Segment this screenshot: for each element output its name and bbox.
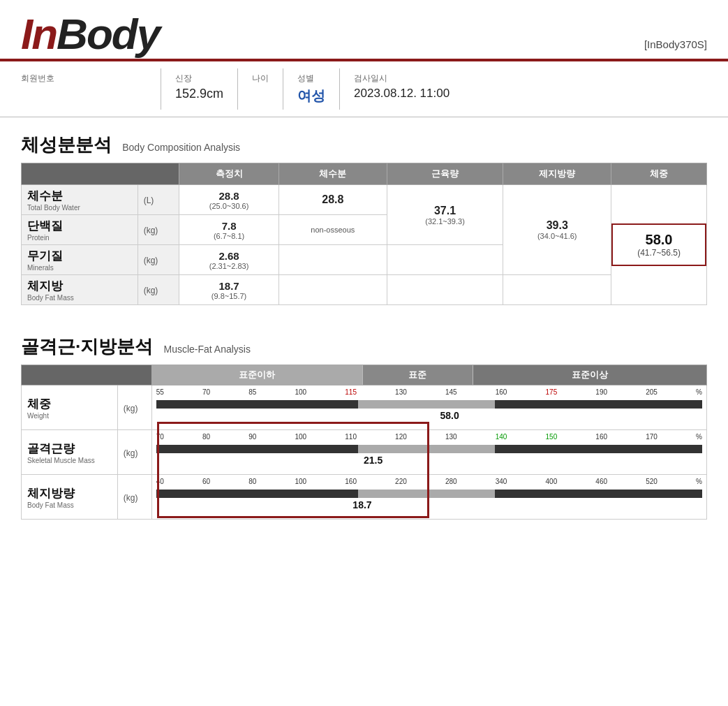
bca-fat-lean — [503, 275, 611, 305]
height-cell: 신장 152.9cm — [161, 68, 237, 110]
mfa-bar-bfm: 40 60 80 100 160 220 280 340 400 460 520… — [151, 475, 706, 520]
bca-label-protein: 단백질 Protein — [22, 215, 138, 245]
mfa-label-bfm: 체지방량 Body Fat Mass — [22, 475, 118, 520]
bca-fat-muscle — [387, 275, 503, 305]
age-value — [252, 87, 269, 101]
mfa-th-bars: 표준이하 표준 표준이상 — [151, 365, 706, 385]
bca-lean-span: 39.3 (34.0~41.6) — [503, 185, 611, 275]
mfa-label-weight: 체중 Weight — [22, 385, 118, 430]
bca-protein-bar: non-osseous — [278, 215, 387, 245]
bca-val-protein: 7.8 (6.7~8.1) — [179, 215, 279, 245]
mfa-unit-bfm: (kg) — [117, 475, 151, 520]
mfa-unit-weight: (kg) — [117, 385, 151, 430]
weight-box: 58.0 (41.7~56.5) — [611, 223, 706, 266]
bca-val-fat: 18.7 (9.8~15.7) — [179, 275, 279, 305]
mfa-table: 표준이하 표준 표준이상 체중 Weight (kg) — [21, 365, 707, 520]
bca-weight-span: 58.0 (41.7~56.5) — [611, 185, 707, 305]
bca-muscle-span: 37.1 (32.1~39.3) — [387, 185, 503, 245]
bca-row-fat: 체지방 Body Fat Mass (kg) 18.7 (9.8~15.7) — [22, 275, 707, 305]
mfa-row-smm: 골격근량 Skeletal Muscle Mass (kg) 70 80 90 … — [22, 430, 707, 475]
bca-label-minerals: 무기질 Minerals — [22, 245, 138, 275]
bca-th-measured: 측정치 — [179, 163, 279, 185]
bca-table: 측정치 체수분 근육량 제지방량 체중 체수분 Total Body Water… — [21, 163, 707, 305]
bca-minerals-bar — [278, 245, 387, 275]
bca-th-lean: 제지방량 — [503, 163, 611, 185]
bca-unit-water: (L) — [138, 185, 179, 215]
height-value: 152.9cm — [175, 87, 223, 101]
mfa-row-weight: 체중 Weight (kg) 55 70 85 100 115 130 145 — [22, 385, 707, 430]
exam-date-value: 2023.08.12. 11:00 — [354, 87, 450, 101]
bca-th-water: 체수분 — [278, 163, 387, 185]
exam-date-label: 검사일시 — [354, 73, 450, 84]
gender-cell: 성별 여성 — [283, 68, 339, 110]
bca-val-water: 28.8 (25.0~30.6) — [179, 185, 279, 215]
bca-title: 체성분분석 Body Composition Analysis — [21, 133, 707, 157]
bca-val-minerals: 2.68 (2.31~2.83) — [179, 245, 279, 275]
age-label: 나이 — [252, 73, 269, 84]
model-tag: [InBody370S] — [644, 38, 707, 56]
bca-row-water: 체수분 Total Body Water (L) 28.8 (25.0~30.6… — [22, 185, 707, 215]
bca-label-water: 체수분 Total Body Water — [22, 185, 138, 215]
mfa-unit-smm: (kg) — [117, 430, 151, 475]
header: InBody [InBody370S] — [0, 0, 728, 56]
mfa-label-smm: 골격근량 Skeletal Muscle Mass — [22, 430, 118, 475]
bca-unit-minerals: (kg) — [138, 245, 179, 275]
bca-unit-protein: (kg) — [138, 215, 179, 245]
bca-unit-fat: (kg) — [138, 275, 179, 305]
bca-label-fat: 체지방 Body Fat Mass — [22, 275, 138, 305]
info-row: 회원번호 신장 152.9cm 나이 성별 여성 검사일시 2023.08.12… — [0, 61, 728, 117]
age-cell: 나이 — [237, 68, 283, 110]
bca-fat-bar — [278, 275, 387, 305]
bca-th-weight: 체중 — [611, 163, 707, 185]
mfa-title: 골격근·지방분석 Muscle-Fat Analysis — [21, 334, 707, 359]
mfa-bar-weight: 55 70 85 100 115 130 145 160 175 190 205… — [151, 385, 706, 430]
gender-label: 성별 — [297, 73, 325, 84]
member-no-label: 회원번호 — [21, 73, 147, 84]
height-label: 신장 — [175, 73, 223, 84]
mfa-above-label: 표준이상 — [473, 365, 706, 385]
member-no-cell: 회원번호 — [21, 68, 161, 110]
bca-water-bar: 28.8 — [278, 185, 387, 215]
bca-th-empty — [22, 163, 179, 185]
mfa-row-bfm: 체지방량 Body Fat Mass (kg) 40 60 80 100 160… — [22, 475, 707, 520]
mfa-below-label: 표준이하 — [152, 365, 363, 385]
mfa-bar-smm: 70 80 90 100 110 120 130 140 150 160 170… — [151, 430, 706, 475]
mfa-th-empty — [22, 365, 152, 385]
gender-value: 여성 — [297, 87, 325, 105]
logo: InBody — [21, 13, 159, 56]
bca-section: 체성분분석 Body Composition Analysis 측정치 체수분 … — [0, 117, 728, 312]
bca-th-muscle: 근육량 — [387, 163, 503, 185]
member-no-value — [21, 87, 147, 101]
mfa-section: 골격근·지방분석 Muscle-Fat Analysis 표준이하 표준 표준이… — [0, 319, 728, 525]
mfa-normal-label: 표준 — [363, 365, 474, 385]
exam-date-cell: 검사일시 2023.08.12. 11:00 — [339, 68, 463, 110]
